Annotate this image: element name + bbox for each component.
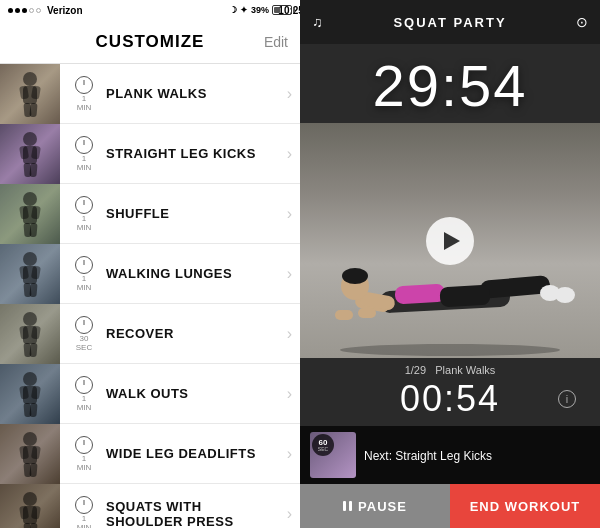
- exercise-item[interactable]: 1 MIN WALKING LUNGES ›: [0, 244, 300, 304]
- battery-fill: [274, 7, 280, 13]
- exercise-item[interactable]: 30 SEC RECOVER ›: [0, 304, 300, 364]
- exercise-name: SHUFFLE: [106, 206, 277, 221]
- exercise-timer: 1 MIN: [70, 436, 98, 472]
- pause-button[interactable]: PAUSE: [300, 484, 450, 528]
- svg-point-43: [23, 432, 37, 446]
- lock-icon[interactable]: ⊙: [576, 14, 588, 30]
- pause-bar-1: [343, 501, 346, 511]
- timer-icon: [75, 196, 93, 214]
- status-bar-right: ☽ ✦ 39%: [229, 5, 292, 15]
- timer-duration: 1: [82, 454, 86, 463]
- timer-icon: [75, 376, 93, 394]
- svg-point-56: [340, 344, 560, 356]
- chevron-icon: ›: [287, 325, 300, 343]
- exercise-item[interactable]: 1 MIN STRAIGHT LEG KICKS ›: [0, 124, 300, 184]
- signal-dot-4: [29, 8, 34, 13]
- exercise-item[interactable]: 1 MIN SHUFFLE ›: [0, 184, 300, 244]
- exercise-item[interactable]: 1 MIN WIDE LEG DEADLIFTS ›: [0, 424, 300, 484]
- page-title: CUSTOMIZE: [96, 32, 205, 52]
- timer-unit: MIN: [77, 283, 92, 292]
- exercise-thumb: [0, 364, 60, 424]
- exercise-timer: 1 MIN: [70, 76, 98, 112]
- svg-point-66: [555, 287, 575, 303]
- exercise-thumb: [0, 64, 60, 124]
- svg-rect-20: [29, 222, 37, 237]
- signal-strength: [8, 8, 41, 13]
- exercise-timer: 1 MIN: [70, 196, 98, 232]
- svg-point-15: [23, 192, 37, 206]
- timer-unit: MIN: [77, 103, 92, 112]
- current-exercise-name: Plank Walks: [435, 364, 495, 376]
- battery-percentage: 39%: [251, 5, 269, 15]
- exercise-thumb: [0, 304, 60, 364]
- current-exercise-index: 1/29: [405, 364, 426, 376]
- exercise-name: PLANK WALKS: [106, 86, 277, 101]
- main-timer: 29:54: [300, 44, 600, 123]
- info-button[interactable]: i: [558, 390, 576, 408]
- pause-icon: [343, 501, 352, 511]
- timer-icon: [75, 256, 93, 274]
- exercise-list: 1 MIN PLANK WALKS ›: [0, 64, 300, 528]
- svg-point-29: [23, 312, 37, 326]
- exercise-info: 1 MIN WALK OUTS: [60, 376, 287, 412]
- exercise-info: 1 MIN PLANK WALKS: [60, 76, 287, 112]
- timer-duration: 1: [82, 514, 86, 523]
- timer-unit: MIN: [77, 163, 92, 172]
- timer-unit: MIN: [77, 403, 92, 412]
- exercise-item[interactable]: 1 MIN WALK OUTS ›: [0, 364, 300, 424]
- thumb-figure: [0, 484, 60, 529]
- status-bar-left: Verizon: [8, 5, 83, 16]
- moon-icon: ☽: [229, 5, 237, 15]
- exercise-name: WALK OUTS: [106, 386, 277, 401]
- timer-icon: [75, 76, 93, 94]
- right-header: ♫ SQUAT PARTY ⊙: [300, 0, 600, 44]
- thumb-figure: [0, 184, 60, 244]
- chevron-icon: ›: [287, 205, 300, 223]
- chevron-icon: ›: [287, 445, 300, 463]
- chevron-icon: ›: [287, 505, 300, 523]
- exercise-info: 1 MIN WALKING LUNGES: [60, 256, 287, 292]
- thumb-figure: [0, 124, 60, 184]
- signal-dot-2: [15, 8, 20, 13]
- timer-icon: [75, 496, 93, 514]
- end-workout-button[interactable]: END WORKOUT: [450, 484, 600, 528]
- svg-point-22: [23, 252, 37, 266]
- current-exercise-info: 1/29 Plank Walks 00:54 i: [300, 358, 600, 426]
- thumb-figure: [0, 424, 60, 484]
- bluetooth-icon: ✦: [240, 5, 248, 15]
- next-exercise-bar: 60 SEC Next: Straight Leg Kicks: [300, 426, 600, 484]
- music-icon[interactable]: ♫: [312, 14, 323, 30]
- timer-icon: [75, 436, 93, 454]
- svg-rect-27: [29, 282, 37, 297]
- exercise-figure: [300, 178, 600, 358]
- right-panel: ♫ SQUAT PARTY ⊙ 29:54: [300, 0, 600, 528]
- next-exercise-badge: 60 SEC: [312, 434, 334, 456]
- exercise-timer: 1 MIN: [70, 376, 98, 412]
- exercise-item[interactable]: 1 MIN SQUATS WITH SHOULDER PRESS ›: [0, 484, 300, 528]
- thumb-figure: [0, 364, 60, 424]
- current-exercise-timer: 00:54: [400, 378, 500, 420]
- exercise-name: WALKING LUNGES: [106, 266, 277, 281]
- timer-duration: 1: [82, 154, 86, 163]
- workout-name: SQUAT PARTY: [393, 15, 506, 30]
- timer-unit: MIN: [77, 523, 92, 529]
- current-exercise-label: 1/29 Plank Walks: [405, 364, 496, 376]
- svg-rect-68: [440, 285, 491, 308]
- svg-point-50: [23, 492, 37, 506]
- timer-duration: 1: [82, 274, 86, 283]
- timer-unit: MIN: [77, 223, 92, 232]
- exercise-thumb: [0, 244, 60, 304]
- exercise-name: WIDE LEG DEADLIFTS: [106, 446, 277, 461]
- svg-point-8: [23, 132, 37, 146]
- exercise-thumb: [0, 484, 60, 529]
- exercise-name: RECOVER: [106, 326, 277, 341]
- exercise-item[interactable]: 1 MIN PLANK WALKS ›: [0, 64, 300, 124]
- exercise-timer: 1 MIN: [70, 496, 98, 529]
- chevron-icon: ›: [287, 265, 300, 283]
- thumb-figure: [0, 244, 60, 304]
- play-button[interactable]: [426, 217, 474, 265]
- exercise-info: 30 SEC RECOVER: [60, 316, 287, 352]
- edit-button[interactable]: Edit: [264, 34, 288, 50]
- svg-rect-48: [29, 462, 37, 477]
- timer-duration: 1: [82, 214, 86, 223]
